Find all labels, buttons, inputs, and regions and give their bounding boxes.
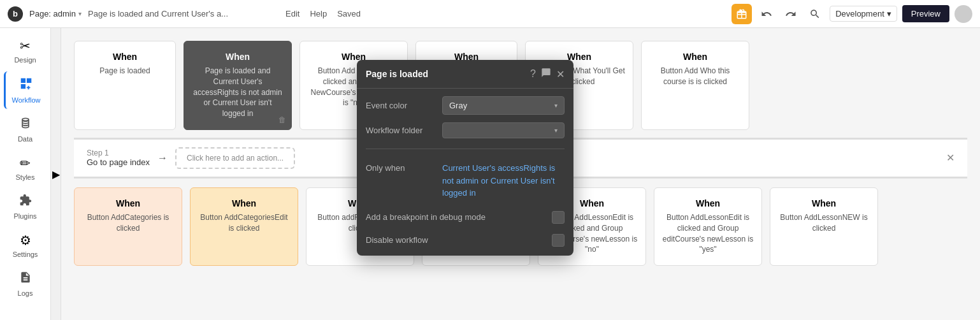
popup-body: Event color Gray ▾ Workflow folder ▾ Onl… [357, 89, 573, 256]
undo-button[interactable] [757, 4, 776, 24]
dev-mode-label: Development [835, 9, 884, 18]
workflow-folder-dropdown-arrow: ▾ [554, 127, 558, 134]
saved-status: Saved [337, 9, 361, 18]
dev-mode-selector[interactable]: Development ▾ [830, 6, 897, 22]
event-color-dropdown-arrow: ▾ [554, 102, 558, 109]
disable-workflow-checkbox[interactable] [552, 234, 565, 247]
user-avatar[interactable] [955, 5, 972, 23]
topbar-actions: Edit Help Saved [285, 9, 361, 18]
event-color-popup: Page is loaded ? ✕ Event color Gray ▾ Wo… [357, 60, 573, 256]
page-label: Page: admin [29, 9, 76, 18]
only-when-value[interactable]: Current User's accessRights is not admin… [442, 162, 565, 200]
topbar: b Page: admin ▾ Page is loaded and Curre… [0, 0, 980, 28]
popup-divider [366, 149, 565, 149]
workflow-folder-select[interactable]: ▾ [442, 122, 565, 138]
event-color-row: Event color Gray ▾ [366, 96, 565, 115]
page-dropdown-arrow: ▾ [78, 10, 82, 17]
popup-overlay: Page is loaded ? ✕ Event color Gray ▾ Wo… [0, 28, 980, 320]
workflow-folder-row: Workflow folder ▾ [366, 122, 565, 138]
dev-mode-arrow: ▾ [887, 9, 891, 18]
logo: b [8, 6, 23, 22]
page-selector[interactable]: Page: admin ▾ [29, 9, 82, 18]
only-when-label: Only when [366, 162, 436, 173]
event-color-label: Event color [366, 101, 436, 110]
popup-header-icons: ? ✕ [530, 68, 565, 80]
preview-button[interactable]: Preview [902, 5, 949, 22]
add-breakpoint-row: Add a breakpoint in debug mode [366, 210, 565, 225]
disable-workflow-row: Disable workflow [366, 233, 565, 248]
event-color-value: Gray [449, 101, 467, 110]
edit-button[interactable]: Edit [285, 9, 299, 18]
add-breakpoint-label: Add a breakpoint in debug mode [366, 212, 545, 222]
popup-title: Page is loaded [366, 69, 525, 79]
workflow-folder-label: Workflow folder [366, 126, 436, 135]
workflow-title: Page is loaded and Current User's a... [88, 9, 279, 18]
event-color-select[interactable]: Gray ▾ [442, 96, 565, 115]
popup-header: Page is loaded ? ✕ [357, 60, 573, 89]
help-button[interactable]: Help [310, 9, 327, 18]
add-breakpoint-checkbox[interactable] [552, 211, 565, 224]
chat-icon[interactable] [541, 68, 551, 80]
redo-button[interactable] [781, 4, 800, 24]
help-icon[interactable]: ? [530, 68, 536, 80]
search-button[interactable] [805, 4, 825, 24]
close-popup-button[interactable]: ✕ [556, 68, 565, 80]
only-when-row: Only when Current User's accessRights is… [366, 159, 565, 202]
disable-workflow-label: Disable workflow [366, 235, 545, 245]
topbar-right: Development ▾ Preview [731, 4, 972, 24]
gift-icon-button[interactable] [731, 4, 752, 24]
